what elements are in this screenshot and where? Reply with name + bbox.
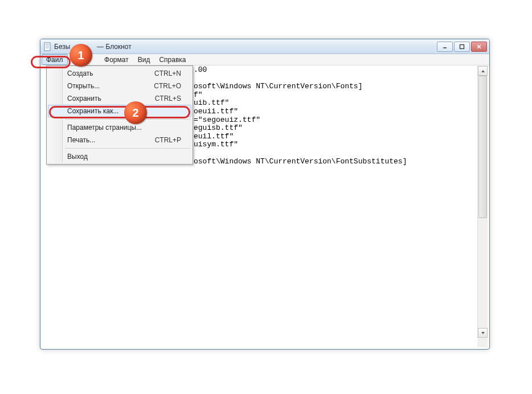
svg-rect-0: [44, 43, 50, 51]
file-menu-dropdown: Создать CTRL+N Открыть... CTRL+O Сохрани…: [46, 65, 193, 165]
menu-view[interactable]: Вид: [133, 54, 155, 65]
menu-item-label: Сохранить как...: [67, 107, 118, 115]
menu-item-open[interactable]: Открыть... CTRL+O: [48, 80, 191, 92]
menu-item-shortcut: CTRL+N: [154, 69, 181, 77]
menu-item-page-setup[interactable]: Параметры страницы...: [48, 121, 191, 134]
menu-separator: [65, 119, 190, 120]
menu-item-shortcut: CTRL+P: [155, 136, 181, 144]
menu-item-new[interactable]: Создать CTRL+N: [48, 67, 191, 80]
menu-item-save-as[interactable]: Сохранить как...: [48, 105, 191, 117]
menu-item-shortcut: CTRL+S: [155, 95, 181, 102]
menubar: Файл Правка Формат Вид Справка: [40, 54, 489, 65]
notepad-icon: [43, 42, 52, 51]
svg-rect-5: [460, 44, 464, 48]
maximize-button[interactable]: [454, 42, 470, 52]
minimize-button[interactable]: [437, 42, 453, 52]
scroll-up-button[interactable]: [478, 66, 488, 76]
menu-item-label: Открыть...: [67, 82, 100, 90]
menu-help[interactable]: Справка: [154, 54, 190, 65]
scroll-track[interactable]: [478, 76, 488, 328]
menu-item-label: Параметры страницы...: [67, 124, 142, 132]
menu-item-label: Сохранить: [67, 95, 101, 102]
menu-item-label: Печать...: [67, 136, 95, 144]
menu-item-exit[interactable]: Выход: [48, 150, 191, 163]
menu-item-print[interactable]: Печать... CTRL+P: [48, 134, 191, 146]
menu-item-label: Создать: [67, 69, 93, 77]
svg-marker-9: [481, 332, 485, 334]
svg-marker-8: [481, 70, 485, 72]
window-controls: [437, 42, 487, 52]
titlebar[interactable]: Безы — Блокнот: [40, 39, 489, 54]
vertical-scrollbar[interactable]: [477, 66, 488, 338]
editor-text[interactable]: .00 osoft\Windows NT\CurrentVersion\Font…: [191, 66, 477, 166]
menu-item-shortcut: CTRL+O: [154, 82, 181, 90]
scroll-thumb[interactable]: [478, 76, 487, 218]
window-title: Безы — Блокнот: [54, 43, 437, 51]
close-button[interactable]: [471, 42, 487, 52]
menu-separator: [65, 148, 190, 149]
scrollbar-corner: [477, 338, 488, 347]
menu-item-save[interactable]: Сохранить CTRL+S: [48, 92, 191, 105]
menu-file[interactable]: Файл: [42, 54, 68, 65]
menu-format[interactable]: Формат: [100, 54, 133, 65]
scroll-down-button[interactable]: [478, 328, 488, 338]
menu-item-label: Выход: [67, 153, 88, 161]
notepad-window: Безы — Блокнот Файл Правка Формат Вид Сп…: [40, 39, 490, 350]
